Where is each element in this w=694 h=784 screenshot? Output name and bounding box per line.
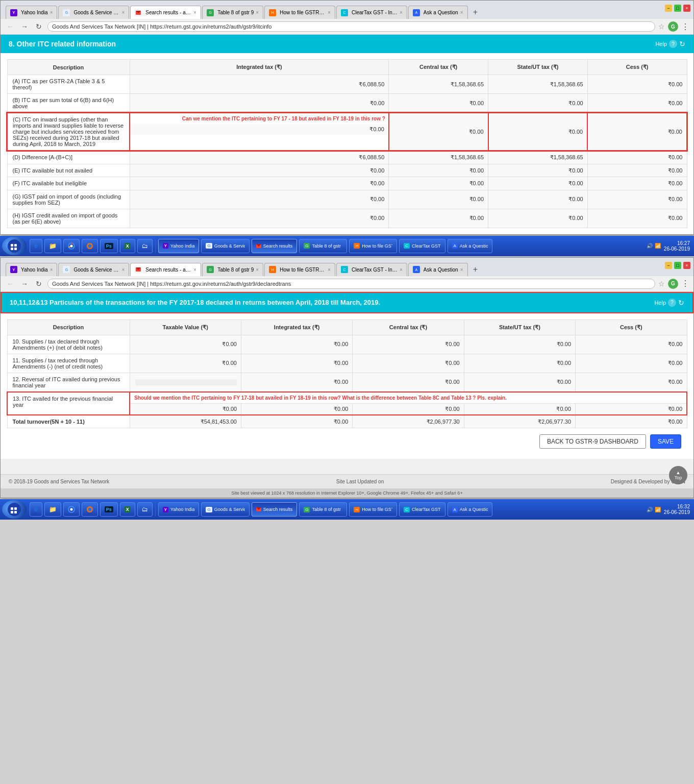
taskbar-excel-btn-2[interactable]: X: [120, 502, 135, 517]
taskbar-table8-btn[interactable]: G Table 8 of gstr 9: [299, 239, 347, 253]
row-11-cess[interactable]: [576, 354, 687, 373]
back-btn-2[interactable]: ←: [5, 278, 16, 289]
taskbar-search-btn-1[interactable]: Search results: [252, 239, 298, 253]
maximize-btn-2[interactable]: □: [674, 262, 681, 269]
row-total-cess[interactable]: [576, 415, 687, 428]
taskbar-cleartax-btn[interactable]: C ClearTax GST: [399, 239, 445, 253]
row-a-central[interactable]: [389, 75, 488, 94]
minimize-btn-2[interactable]: −: [665, 262, 672, 269]
section1-help-btn[interactable]: Help ? ↻: [655, 40, 685, 48]
taskbar-howto-btn[interactable]: H How to file GSTR: [349, 239, 397, 253]
row-c-central[interactable]: [389, 113, 488, 151]
network-icon-2[interactable]: 📶: [655, 507, 661, 512]
taskbar-firefox-btn[interactable]: [82, 239, 98, 253]
tab-goods-2[interactable]: G Goods & Service T... ×: [58, 263, 129, 276]
tab-goods-close-2[interactable]: ×: [121, 267, 125, 273]
row-b-cess[interactable]: [587, 94, 687, 113]
taskbar-gst-btn-1[interactable]: G Goods & Service: [201, 239, 249, 253]
reload-btn-2[interactable]: ↻: [33, 278, 44, 289]
minimize-btn-1[interactable]: −: [665, 5, 672, 12]
row-c-cess[interactable]: [587, 113, 687, 151]
row-12-cess[interactable]: [576, 373, 687, 392]
tab-yahoo-2[interactable]: Y Yahoo India ×: [6, 263, 57, 276]
maximize-btn-1[interactable]: □: [674, 5, 681, 12]
taskbar-ask-btn-2[interactable]: A Ask a Question: [448, 502, 492, 517]
row-e-cess[interactable]: [587, 164, 687, 177]
row-g-central[interactable]: [389, 190, 488, 209]
section2-help-btn[interactable]: Help ? ↻: [654, 299, 684, 307]
back-to-dashboard-btn[interactable]: BACK TO GSTR-9 DASHBOARD: [539, 434, 646, 449]
profile-btn-1[interactable]: G: [668, 21, 678, 32]
tab-howto-2[interactable]: H How to file GSTR-S... ×: [264, 263, 335, 276]
volume-icon-2[interactable]: 🔊: [647, 507, 653, 512]
tab-goods[interactable]: G Goods & Service T... ×: [58, 6, 129, 19]
taskbar-ask-btn[interactable]: A Ask a Question: [448, 239, 492, 253]
row-e-integrated[interactable]: [130, 164, 389, 177]
tab-cleartax-close-2[interactable]: ×: [400, 267, 403, 273]
start-btn-1[interactable]: [2, 237, 27, 255]
row-a-integrated[interactable]: [130, 75, 389, 94]
network-icon[interactable]: 📶: [655, 243, 661, 249]
tab-howto[interactable]: H How to file GSTR-S... ×: [264, 6, 335, 19]
bookmark-btn-2[interactable]: ☆: [658, 280, 665, 288]
row-d-state[interactable]: [488, 151, 588, 164]
row-b-integrated[interactable]: [130, 94, 389, 113]
row-d-integrated[interactable]: [130, 151, 389, 164]
back-btn-1[interactable]: ←: [5, 21, 16, 32]
taskbar-yahoo-btn[interactable]: Y Yahoo India: [158, 239, 200, 253]
tab-cleartax-close[interactable]: ×: [400, 10, 403, 15]
row-10-central[interactable]: [353, 335, 464, 354]
tab-ask-close[interactable]: ×: [460, 10, 463, 15]
new-tab-btn-2[interactable]: +: [469, 263, 482, 276]
tab-goods-close[interactable]: ×: [121, 10, 125, 15]
row-total-state[interactable]: [464, 415, 575, 428]
row-f-integrated[interactable]: [130, 177, 389, 190]
row-f-central[interactable]: [389, 177, 488, 190]
row-a-integrated-input[interactable]: [135, 81, 385, 87]
row-h-state[interactable]: [488, 209, 588, 228]
reload-btn-1[interactable]: ↻: [33, 21, 44, 32]
row-f-cess[interactable]: [587, 177, 687, 190]
menu-btn-2[interactable]: ⋮: [681, 279, 689, 288]
row-10-taxable[interactable]: [130, 335, 241, 354]
row-f-state[interactable]: [488, 177, 588, 190]
taskbar-gst-btn-2[interactable]: G Goods & Service: [201, 502, 249, 517]
tab-search-results-2[interactable]: Search results - an... ×: [130, 263, 201, 276]
taskbar-cleartax-btn-2[interactable]: C ClearTax GST: [399, 502, 445, 517]
taskbar-ps-btn[interactable]: Ps: [100, 239, 118, 253]
taskbar-table8-btn-2[interactable]: G Table 8 of gstr 9: [299, 502, 347, 517]
row-b-state[interactable]: [488, 94, 588, 113]
taskbar-yahoo-btn-2[interactable]: Y Yahoo India: [158, 502, 200, 517]
taskbar-excel-btn[interactable]: X: [120, 239, 135, 253]
row-d-central[interactable]: [389, 151, 488, 164]
taskbar-chrome-btn-2[interactable]: [63, 502, 80, 517]
row-b-central[interactable]: [389, 94, 488, 113]
menu-btn-1[interactable]: ⋮: [681, 22, 689, 32]
row-h-central[interactable]: [389, 209, 488, 228]
profile-btn-2[interactable]: G: [668, 279, 678, 289]
row-a-state-input[interactable]: [493, 81, 583, 87]
close-btn-2[interactable]: ×: [683, 262, 690, 269]
tab-table8-close-2[interactable]: ×: [256, 267, 259, 273]
tab-cleartax[interactable]: C ClearTax GST - Ind... ×: [336, 6, 407, 19]
row-12-integrated[interactable]: [241, 373, 352, 392]
row-total-integrated[interactable]: [241, 415, 352, 428]
row-g-cess[interactable]: [587, 190, 687, 209]
tab-cleartax-2[interactable]: C ClearTax GST - Ind... ×: [336, 263, 407, 276]
taskbar-ps-btn-2[interactable]: Ps: [100, 502, 118, 517]
tab-ask-close-2[interactable]: ×: [460, 267, 463, 273]
row-total-taxable[interactable]: [130, 415, 241, 428]
row-c-state[interactable]: [488, 113, 588, 151]
row-h-cess[interactable]: [587, 209, 687, 228]
row-10-state[interactable]: [464, 335, 575, 354]
taskbar-folder-btn-2[interactable]: 🗂: [137, 502, 153, 517]
taskbar-search-btn-2[interactable]: Search results: [252, 502, 298, 517]
row-12-taxable[interactable]: [130, 373, 241, 392]
tab-search-close-1[interactable]: ×: [193, 10, 196, 15]
taskbar-files-btn[interactable]: 📁: [44, 239, 61, 253]
tab-search-close-2[interactable]: ×: [193, 267, 196, 273]
url-box-2[interactable]: Goods And Services Tax Network [IN] | ht…: [47, 279, 655, 289]
close-btn-1[interactable]: ×: [683, 5, 690, 12]
tab-howto-close-2[interactable]: ×: [328, 267, 331, 273]
row-a-cess[interactable]: [587, 75, 687, 94]
